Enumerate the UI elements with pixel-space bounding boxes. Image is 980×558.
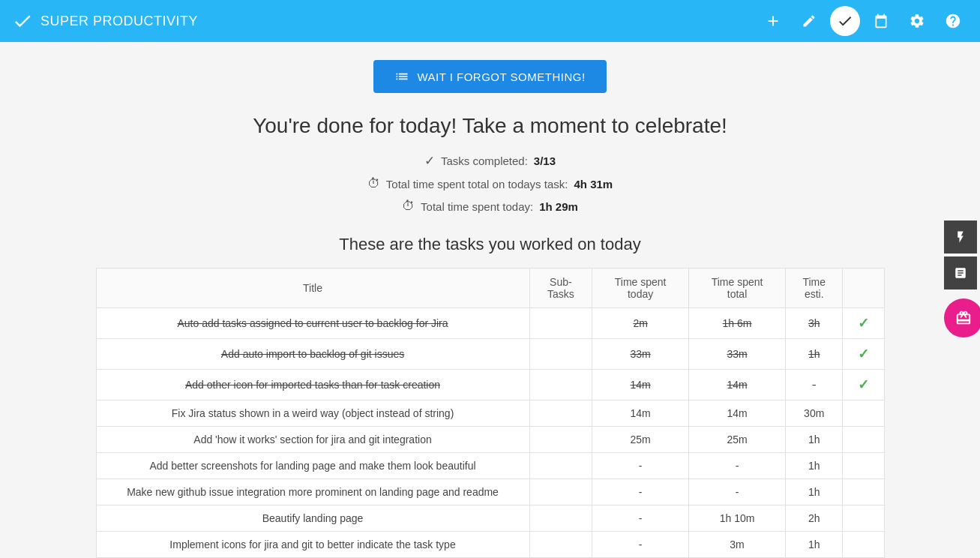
total-time-stat: ⏱ Total time spent total on todays task:… bbox=[96, 176, 885, 191]
celebration-heading: You're done for today! Take a moment to … bbox=[96, 114, 885, 138]
table-row: Add other icon for imported tasks than f… bbox=[96, 370, 884, 400]
task-done-cell bbox=[843, 479, 884, 506]
today-time-stat: ⏱ Total time spent today: 1h 29m bbox=[96, 199, 885, 214]
task-time-today-cell: 25m bbox=[592, 427, 689, 453]
table-row: Auto add tasks assigned to current user … bbox=[96, 308, 884, 339]
completed-label: Tasks completed: bbox=[441, 154, 528, 167]
today-time-value: 1h 29m bbox=[539, 200, 578, 213]
col-time-today: Time spenttoday bbox=[592, 268, 689, 308]
clock-icon-2: ⏱ bbox=[402, 199, 415, 214]
help-button[interactable] bbox=[938, 6, 968, 36]
task-done-cell bbox=[843, 506, 884, 532]
task-subtasks-cell bbox=[529, 370, 592, 400]
table-heading: These are the tasks you worked on today bbox=[96, 235, 885, 254]
task-time-esti-cell: 1h bbox=[786, 427, 843, 453]
task-time-total-cell: 14m bbox=[689, 370, 786, 400]
completed-value: 3/13 bbox=[534, 154, 556, 167]
task-time-esti-cell: 3h bbox=[786, 308, 843, 339]
task-time-today-cell: 33m bbox=[592, 339, 689, 370]
task-subtasks-cell bbox=[529, 339, 592, 370]
task-time-today-cell: - bbox=[592, 479, 689, 506]
list-icon bbox=[394, 69, 409, 84]
task-time-today-cell: 14m bbox=[592, 400, 689, 427]
task-done-cell bbox=[843, 453, 884, 479]
task-time-esti-cell: 1h bbox=[786, 532, 843, 558]
add-button[interactable] bbox=[758, 6, 788, 36]
task-time-esti-cell: 30m bbox=[786, 400, 843, 427]
table-row: Fix Jira status shown in a weird way (ob… bbox=[96, 400, 884, 427]
task-time-today-cell: - bbox=[592, 506, 689, 532]
clock-icon-1: ⏱ bbox=[367, 176, 380, 191]
flash-button[interactable] bbox=[944, 220, 977, 254]
task-title-cell: Add other icon for imported tasks than f… bbox=[96, 370, 529, 400]
task-time-esti-cell: - bbox=[786, 370, 843, 400]
forgot-button-label: WAIT I FORGOT SOMETHING! bbox=[417, 70, 585, 83]
floating-right-panel bbox=[944, 220, 980, 338]
done-check-icon: ✓ bbox=[858, 346, 869, 362]
tasks-table: Title Sub-Tasks Time spenttoday Time spe… bbox=[96, 268, 885, 558]
table-row: Add better screenshots for landing page … bbox=[96, 453, 884, 479]
page-wrapper: WAIT I FORGOT SOMETHING! You're done for… bbox=[0, 42, 980, 558]
task-time-total-cell: 33m bbox=[689, 339, 786, 370]
task-time-total-cell: 1h 10m bbox=[689, 506, 786, 532]
task-time-total-cell: 1h 6m bbox=[689, 308, 786, 339]
task-time-today-cell: - bbox=[592, 532, 689, 558]
task-done-cell bbox=[843, 400, 884, 427]
task-subtasks-cell bbox=[529, 506, 592, 532]
check-stat-icon: ✓ bbox=[424, 153, 435, 169]
main-content: WAIT I FORGOT SOMETHING! You're done for… bbox=[78, 42, 903, 558]
task-title-cell: Beautify landing page bbox=[96, 506, 529, 532]
col-title: Title bbox=[96, 268, 529, 308]
task-time-today-cell: 14m bbox=[592, 370, 689, 400]
total-time-value: 4h 31m bbox=[574, 178, 613, 190]
task-time-today-cell: - bbox=[592, 453, 689, 479]
app-title: SUPER PRODUCTIVITY bbox=[40, 14, 198, 29]
done-check-icon: ✓ bbox=[858, 316, 869, 331]
task-time-esti-cell: 2h bbox=[786, 506, 843, 532]
settings-button[interactable] bbox=[902, 6, 932, 36]
forgot-button-container: WAIT I FORGOT SOMETHING! bbox=[96, 60, 885, 93]
total-time-label: Total time spent total on todays task: bbox=[386, 178, 568, 190]
completed-stat: ✓ Tasks completed: 3/13 bbox=[96, 153, 885, 169]
task-title-cell: Auto add tasks assigned to current user … bbox=[96, 308, 529, 339]
app-logo: SUPER PRODUCTIVITY bbox=[12, 10, 758, 32]
logo-icon bbox=[12, 10, 33, 32]
col-time-total: Time spenttotal bbox=[689, 268, 786, 308]
table-row: Add 'how it works' section for jira and … bbox=[96, 427, 884, 453]
task-title-cell: Implement icons for jira and git to bett… bbox=[96, 532, 529, 558]
col-time-esti: Timeesti. bbox=[786, 268, 843, 308]
task-done-cell bbox=[843, 532, 884, 558]
today-time-label: Total time spent today: bbox=[421, 200, 533, 213]
task-time-total-cell: - bbox=[689, 453, 786, 479]
stats-section: ✓ Tasks completed: 3/13 ⏱ Total time spe… bbox=[96, 153, 885, 214]
task-done-cell: ✓ bbox=[843, 370, 884, 400]
task-subtasks-cell bbox=[529, 479, 592, 506]
task-title-cell: Make new github issue integration more p… bbox=[96, 479, 529, 506]
task-title-cell: Add better screenshots for landing page … bbox=[96, 453, 529, 479]
forgot-button[interactable]: WAIT I FORGOT SOMETHING! bbox=[373, 60, 606, 93]
calendar-button[interactable] bbox=[866, 6, 896, 36]
task-time-total-cell: 25m bbox=[689, 427, 786, 453]
edit-button[interactable] bbox=[794, 6, 824, 36]
task-subtasks-cell bbox=[529, 453, 592, 479]
task-time-esti-cell: 1h bbox=[786, 453, 843, 479]
task-time-total-cell: 3m bbox=[689, 532, 786, 558]
task-title-cell: Add 'how it works' section for jira and … bbox=[96, 427, 529, 453]
top-nav: SUPER PRODUCTIVITY bbox=[0, 0, 980, 42]
task-subtasks-cell bbox=[529, 427, 592, 453]
gift-button[interactable] bbox=[944, 298, 980, 338]
done-check-icon: ✓ bbox=[858, 377, 869, 392]
col-subtasks: Sub-Tasks bbox=[529, 268, 592, 308]
task-time-total-cell: 14m bbox=[689, 400, 786, 427]
col-done bbox=[843, 268, 884, 308]
task-time-esti-cell: 1h bbox=[786, 339, 843, 370]
check-button[interactable] bbox=[830, 6, 860, 36]
table-row: Add auto import to backlog of git issues… bbox=[96, 339, 884, 370]
task-subtasks-cell bbox=[529, 308, 592, 339]
notes-button[interactable] bbox=[944, 256, 977, 290]
task-done-cell: ✓ bbox=[843, 308, 884, 339]
task-time-esti-cell: 1h bbox=[786, 479, 843, 506]
nav-actions bbox=[758, 6, 968, 36]
task-time-today-cell: 2m bbox=[592, 308, 689, 339]
table-row: Implement icons for jira and git to bett… bbox=[96, 532, 884, 558]
